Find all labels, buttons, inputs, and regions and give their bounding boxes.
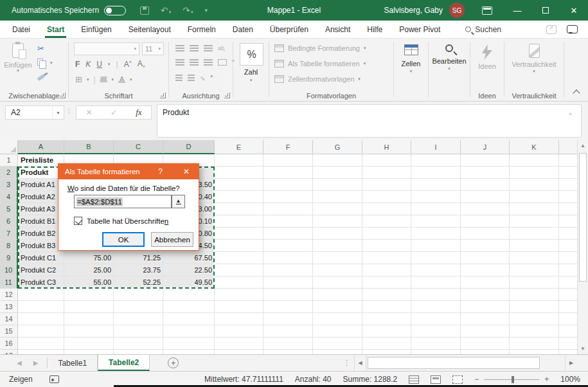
cell-F15[interactable] (263, 325, 313, 338)
cell-H16[interactable] (362, 338, 411, 350)
cell-E10[interactable] (215, 264, 263, 276)
vertical-scroll-thumb[interactable] (579, 153, 587, 282)
tab-scroll-splitter[interactable]: ⋮ (343, 359, 354, 367)
cell-H2[interactable] (362, 166, 411, 179)
column-header-C[interactable]: C (114, 140, 163, 154)
row-header-3[interactable]: 3 (0, 179, 18, 191)
cell-F13[interactable] (263, 301, 313, 313)
cell-I17[interactable] (411, 350, 461, 354)
cell-A14[interactable] (18, 313, 64, 325)
cell-A9[interactable]: Produkt C1 (18, 252, 64, 264)
new-sheet-icon[interactable]: + (168, 357, 179, 368)
tab-seitenlayout[interactable]: Seitenlayout (120, 21, 179, 38)
scroll-right-icon[interactable]: ▶ (565, 355, 588, 371)
cell-H6[interactable] (362, 215, 411, 228)
cell-C15[interactable] (114, 325, 163, 338)
cell-D9[interactable]: 67.50 (163, 252, 215, 264)
cell-F16[interactable] (263, 338, 313, 350)
editing-button[interactable]: Bearbeiten ▾ (429, 44, 470, 71)
cell-J13[interactable] (461, 301, 510, 313)
column-header-A[interactable]: A (18, 140, 64, 154)
tab-einfügen[interactable]: Einfügen (73, 21, 120, 38)
cell-B17[interactable] (64, 350, 114, 354)
horizontal-scroll-thumb[interactable] (368, 357, 540, 369)
row-header-2[interactable]: 2 (0, 166, 18, 179)
vertical-scrollbar[interactable]: ▲ ▼ (577, 140, 588, 354)
cell-F4[interactable] (263, 191, 313, 203)
cell-G13[interactable] (313, 301, 362, 313)
column-header-G[interactable]: G (313, 140, 362, 154)
cell-D15[interactable] (163, 325, 215, 338)
cell-I6[interactable] (411, 215, 461, 228)
cell-J9[interactable] (461, 252, 510, 264)
tab-datei[interactable]: Datei (4, 21, 39, 38)
page-break-view-icon[interactable] (452, 375, 463, 384)
cell-A15[interactable] (18, 325, 64, 338)
cell-G17[interactable] (313, 350, 362, 354)
cell-B12[interactable] (64, 289, 114, 301)
ok-button[interactable]: OK (102, 232, 145, 247)
cell-G7[interactable] (313, 228, 362, 240)
cell-G10[interactable] (313, 264, 362, 276)
column-header-J[interactable]: J (461, 140, 510, 154)
tab-power-pivot[interactable]: Power Pivot (391, 21, 449, 38)
column-header-F[interactable]: F (263, 140, 313, 154)
number-format-button[interactable]: % (240, 43, 263, 66)
cell-K14[interactable] (510, 313, 559, 325)
column-header-E[interactable]: E (215, 140, 263, 154)
cell-G12[interactable] (313, 289, 362, 301)
cell-E17[interactable] (215, 350, 263, 354)
cell-K3[interactable] (510, 179, 559, 191)
cell-E11[interactable] (215, 276, 263, 289)
cell-H17[interactable] (362, 350, 411, 354)
cell-E9[interactable] (215, 252, 263, 264)
row-header-11[interactable]: 11 (0, 276, 18, 289)
cell-F14[interactable] (263, 313, 313, 325)
cell-K2[interactable] (510, 166, 559, 179)
cell-G4[interactable] (313, 191, 362, 203)
row-header-12[interactable]: 12 (0, 289, 18, 301)
name-box-dropdown-icon[interactable]: ▾ (52, 106, 64, 119)
sheet-tab-tabelle2[interactable]: Tabelle2 (98, 355, 150, 371)
row-header-15[interactable]: 15 (0, 325, 18, 338)
cell-D10[interactable]: 22.50 (163, 264, 215, 276)
row-header-14[interactable]: 14 (0, 313, 18, 325)
name-box[interactable]: A2 ▾ (5, 105, 64, 120)
cell-E5[interactable] (215, 203, 263, 215)
cell-J8[interactable] (461, 240, 510, 252)
cell-A16[interactable] (18, 338, 64, 350)
cell-C17[interactable] (114, 350, 163, 354)
cell-C16[interactable] (114, 338, 163, 350)
cell-J10[interactable] (461, 264, 510, 276)
cell-D16[interactable] (163, 338, 215, 350)
ribbon-display-options-button[interactable] (475, 0, 503, 21)
sheet-nav-right-icon[interactable]: ▶ (33, 359, 39, 366)
row-header-7[interactable]: 7 (0, 228, 18, 240)
cell-E3[interactable] (215, 179, 263, 191)
cell-K12[interactable] (510, 289, 559, 301)
cell-F11[interactable] (263, 276, 313, 289)
minimize-button[interactable]: — (503, 0, 531, 21)
cancel-button[interactable]: Abbrechen (151, 232, 193, 247)
zoom-in-icon[interactable]: + (544, 375, 549, 384)
cell-E7[interactable] (215, 228, 263, 240)
cell-A11[interactable]: Produkt C3 (18, 276, 64, 289)
cell-E15[interactable] (215, 325, 263, 338)
save-icon[interactable] (140, 6, 149, 15)
cell-H15[interactable] (362, 325, 411, 338)
undo-icon[interactable]: ↶▾ (161, 5, 171, 15)
cell-G15[interactable] (313, 325, 362, 338)
cell-K9[interactable] (510, 252, 559, 264)
cell-H3[interactable] (362, 179, 411, 191)
row-header-17[interactable]: 17 (0, 350, 18, 354)
dialog-help-icon[interactable]: ? (158, 167, 163, 176)
cell-I10[interactable] (411, 264, 461, 276)
row-header-13[interactable]: 13 (0, 301, 18, 313)
cell-H4[interactable] (362, 191, 411, 203)
redo-icon[interactable]: ↷▾ (183, 5, 193, 15)
cell-H10[interactable] (362, 264, 411, 276)
sheet-tab-tabelle1[interactable]: Tabelle1 (48, 355, 98, 371)
cell-E6[interactable] (215, 215, 263, 228)
cell-E8[interactable] (215, 240, 263, 252)
cell-J12[interactable] (461, 289, 510, 301)
